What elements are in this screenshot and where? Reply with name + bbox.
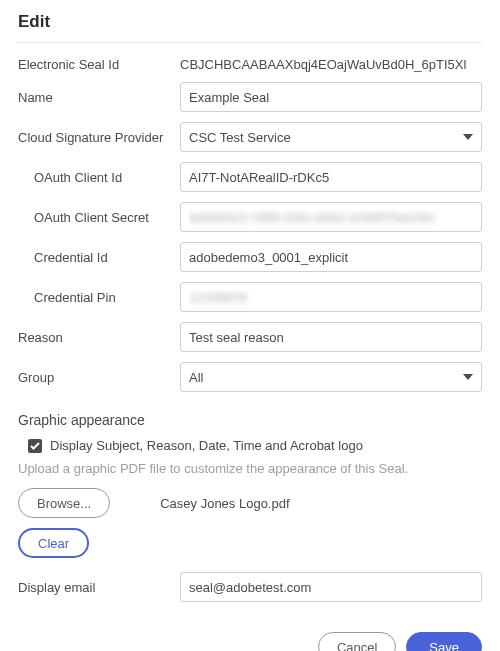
- seal-id-value: CBJCHBCAABAAXbqj4EOajWaUvBd0H_6pTI5Xl: [180, 57, 466, 72]
- reason-input[interactable]: [180, 322, 482, 352]
- reason-label: Reason: [18, 330, 180, 345]
- uploaded-filename: Casey Jones Logo.pdf: [160, 496, 289, 511]
- row-name: Name: [18, 82, 482, 112]
- cred-id-label: Credential Id: [18, 250, 180, 265]
- row-cred-id: Credential Id: [18, 242, 482, 272]
- email-label: Display email: [18, 580, 180, 595]
- oauth-secret-input[interactable]: [180, 202, 482, 232]
- save-button[interactable]: Save: [406, 632, 482, 651]
- group-select[interactable]: All: [180, 362, 482, 392]
- seal-id-label: Electronic Seal Id: [18, 57, 180, 72]
- clear-row: Clear: [18, 528, 482, 558]
- row-reason: Reason: [18, 322, 482, 352]
- row-group: Group All: [18, 362, 482, 392]
- cred-pin-input[interactable]: [180, 282, 482, 312]
- name-input[interactable]: [180, 82, 482, 112]
- row-csp: Cloud Signature Provider CSC Test Servic…: [18, 122, 482, 152]
- group-label: Group: [18, 370, 180, 385]
- edit-panel: Edit Electronic Seal Id CBJCHBCAABAAXbqj…: [0, 0, 500, 651]
- csp-select[interactable]: CSC Test Service: [180, 122, 482, 152]
- panel-title: Edit: [18, 12, 482, 43]
- cancel-button[interactable]: Cancel: [318, 632, 396, 651]
- oauth-id-label: OAuth Client Id: [18, 170, 180, 185]
- display-options-row: Display Subject, Reason, Date, Time and …: [18, 438, 482, 453]
- footer: Cancel Save: [18, 632, 482, 651]
- graphic-section-title: Graphic appearance: [18, 412, 482, 428]
- upload-hint: Upload a graphic PDF file to customize t…: [18, 461, 482, 476]
- display-checkbox[interactable]: [28, 439, 42, 453]
- row-cred-pin: Credential Pin: [18, 282, 482, 312]
- clear-button[interactable]: Clear: [18, 528, 89, 558]
- row-oauth-id: OAuth Client Id: [18, 162, 482, 192]
- check-icon: [30, 442, 40, 450]
- cred-pin-label: Credential Pin: [18, 290, 180, 305]
- name-label: Name: [18, 90, 180, 105]
- oauth-id-input[interactable]: [180, 162, 482, 192]
- display-checkbox-label: Display Subject, Reason, Date, Time and …: [50, 438, 363, 453]
- csp-label: Cloud Signature Provider: [18, 130, 180, 145]
- oauth-secret-label: OAuth Client Secret: [18, 210, 180, 225]
- row-seal-id: Electronic Seal Id CBJCHBCAABAAXbqj4EOaj…: [18, 57, 482, 72]
- row-oauth-secret: OAuth Client Secret: [18, 202, 482, 232]
- email-input[interactable]: [180, 572, 482, 602]
- browse-button[interactable]: Browse...: [18, 488, 110, 518]
- upload-row: Browse... Casey Jones Logo.pdf: [18, 488, 482, 518]
- row-email: Display email: [18, 572, 482, 602]
- cred-id-input[interactable]: [180, 242, 482, 272]
